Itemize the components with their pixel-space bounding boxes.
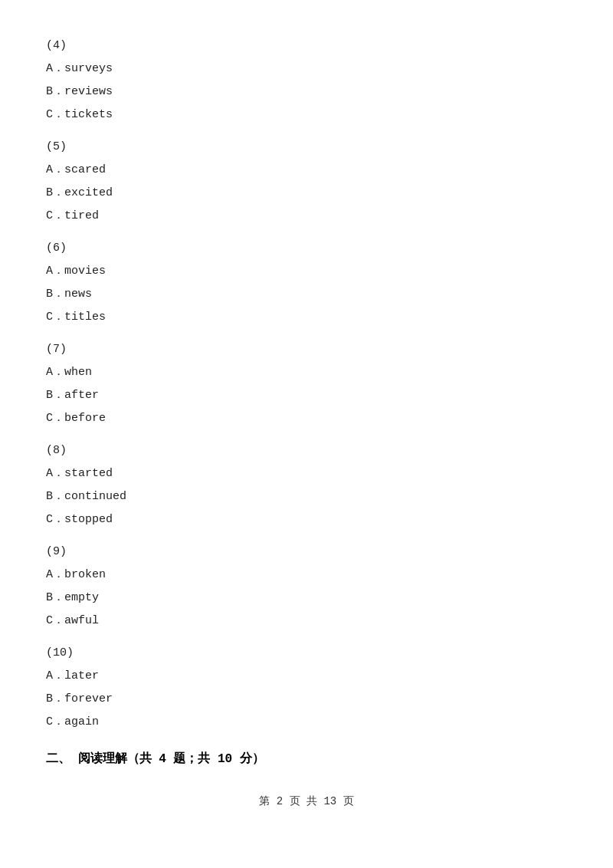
option-9-b[interactable]: B．empty — [46, 589, 567, 607]
option-10-c[interactable]: C．again — [46, 713, 567, 732]
question-number-7: (7) — [46, 340, 567, 359]
option-9-a[interactable]: A．broken — [46, 566, 567, 584]
question-number-10: (10) — [46, 644, 567, 663]
option-5-a[interactable]: A．scared — [46, 161, 567, 179]
option-6-c[interactable]: C．titles — [46, 308, 567, 327]
option-7-a[interactable]: A．when — [46, 363, 567, 382]
question-number-5: (5) — [46, 138, 567, 156]
option-7-b[interactable]: B．after — [46, 386, 567, 405]
option-10-b[interactable]: B．forever — [46, 690, 567, 709]
page-footer: 第 2 页 共 13 页 — [46, 793, 567, 810]
section-title: 二、 阅读理解（共 4 题；共 10 分） — [46, 750, 567, 770]
option-4-a[interactable]: A．surveys — [46, 60, 567, 78]
option-8-a[interactable]: A．started — [46, 465, 567, 483]
question-number-9: (9) — [46, 543, 567, 561]
option-8-c[interactable]: C．stopped — [46, 511, 567, 529]
option-4-b[interactable]: B．reviews — [46, 83, 567, 101]
option-9-c[interactable]: C．awful — [46, 612, 567, 630]
option-7-c[interactable]: C．before — [46, 409, 567, 428]
option-5-c[interactable]: C．tired — [46, 207, 567, 225]
question-8: (8)A．startedB．continuedC．stopped — [46, 442, 567, 529]
question-number-8: (8) — [46, 442, 567, 460]
question-5: (5)A．scaredB．excitedC．tired — [46, 138, 567, 225]
option-4-c[interactable]: C．tickets — [46, 106, 567, 124]
option-5-b[interactable]: B．excited — [46, 184, 567, 202]
question-number-4: (4) — [46, 37, 567, 55]
question-6: (6)A．moviesB．newsC．titles — [46, 239, 567, 327]
option-10-a[interactable]: A．later — [46, 667, 567, 686]
question-10: (10)A．laterB．foreverC．again — [46, 644, 567, 732]
option-6-a[interactable]: A．movies — [46, 262, 567, 281]
question-9: (9)A．brokenB．emptyC．awful — [46, 543, 567, 630]
option-6-b[interactable]: B．news — [46, 285, 567, 304]
question-number-6: (6) — [46, 239, 567, 258]
question-7: (7)A．whenB．afterC．before — [46, 340, 567, 428]
option-8-b[interactable]: B．continued — [46, 488, 567, 506]
question-4: (4)A．surveysB．reviewsC．tickets — [46, 37, 567, 124]
